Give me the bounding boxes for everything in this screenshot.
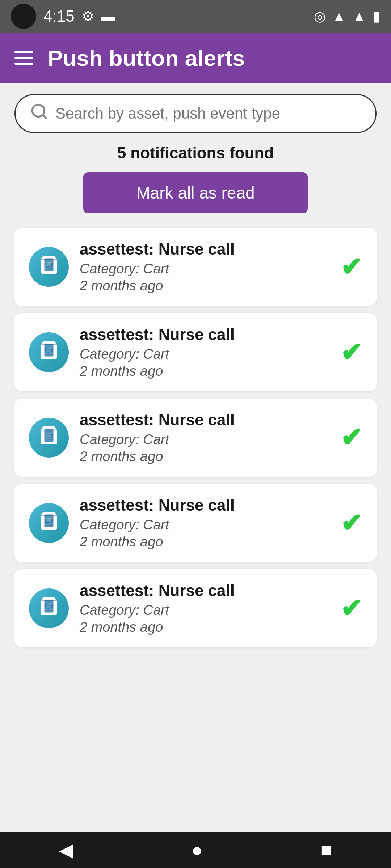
- notification-info: assettest: Nurse call Category: Cart 2 m…: [80, 240, 329, 294]
- cart-icon: 🛒: [38, 254, 60, 280]
- cart-icon: 🛒: [38, 339, 60, 365]
- notification-list: 🛒 assettest: Nurse call Category: Cart 2…: [14, 228, 377, 647]
- status-time: 4:15: [43, 7, 75, 25]
- recents-button[interactable]: ■: [321, 839, 332, 861]
- read-checkmark-icon: ✔: [340, 337, 362, 367]
- status-left: 4:15 ⚙ ▬: [11, 4, 115, 29]
- asset-icon-circle: 🛒: [29, 247, 69, 287]
- notification-time: 2 months ago: [80, 278, 329, 294]
- search-bar[interactable]: [14, 94, 377, 133]
- notification-title: assettest: Nurse call: [80, 240, 329, 258]
- svg-text:🛒: 🛒: [44, 516, 54, 526]
- svg-text:🛒: 🛒: [44, 260, 54, 270]
- notification-time: 2 months ago: [80, 449, 329, 464]
- notification-time: 2 months ago: [80, 363, 329, 379]
- notification-card[interactable]: 🛒 assettest: Nurse call Category: Cart 2…: [14, 399, 377, 477]
- notification-category: Category: Cart: [80, 432, 329, 447]
- search-icon: [30, 102, 48, 125]
- notification-title: assettest: Nurse call: [80, 326, 329, 344]
- notification-info: assettest: Nurse call Category: Cart 2 m…: [80, 326, 329, 379]
- back-button[interactable]: ◀: [59, 839, 73, 861]
- hamburger-line-1: [14, 51, 33, 53]
- asset-icon-circle: 🛒: [29, 418, 69, 458]
- app-header: Push button alerts: [0, 33, 391, 83]
- main-content: 5 notifications found Mark all as read 🛒…: [0, 83, 391, 832]
- mark-all-as-read-button[interactable]: Mark all as read: [83, 172, 308, 213]
- bottom-nav-bar: ◀ ● ■: [0, 832, 391, 868]
- search-input[interactable]: [55, 105, 361, 122]
- asset-icon-circle: 🛒: [29, 332, 69, 372]
- notification-card[interactable]: 🛒 assettest: Nurse call Category: Cart 2…: [14, 569, 377, 647]
- signal-icon: ▲: [352, 9, 366, 24]
- hamburger-menu-button[interactable]: [14, 51, 33, 65]
- notification-count: 5 notifications found: [14, 144, 377, 162]
- read-checkmark-icon: ✔: [340, 422, 362, 453]
- notification-card[interactable]: 🛒 assettest: Nurse call Category: Cart 2…: [14, 313, 377, 391]
- hamburger-line-2: [14, 57, 33, 59]
- notification-info: assettest: Nurse call Category: Cart 2 m…: [80, 496, 329, 550]
- hamburger-line-3: [14, 63, 33, 65]
- svg-line-1: [43, 115, 46, 118]
- asset-icon-circle: 🛒: [29, 503, 69, 543]
- notification-title: assettest: Nurse call: [80, 496, 329, 514]
- cart-icon: 🛒: [38, 425, 60, 451]
- home-button[interactable]: ●: [192, 839, 203, 861]
- notification-info: assettest: Nurse call Category: Cart 2 m…: [80, 582, 329, 635]
- notification-card[interactable]: 🛒 assettest: Nurse call Category: Cart 2…: [14, 228, 377, 306]
- notification-title: assettest: Nurse call: [80, 411, 329, 429]
- notification-card[interactable]: 🛒 assettest: Nurse call Category: Cart 2…: [14, 484, 377, 562]
- page-title: Push button alerts: [48, 45, 245, 71]
- notification-category: Category: Cart: [80, 346, 329, 362]
- status-bar: 4:15 ⚙ ▬ ◎ ▲ ▲ ▮: [0, 0, 391, 33]
- read-checkmark-icon: ✔: [340, 252, 362, 282]
- notification-info: assettest: Nurse call Category: Cart 2 m…: [80, 411, 329, 464]
- status-circle: [11, 4, 36, 29]
- settings-icon: ⚙: [82, 8, 94, 24]
- notification-time: 2 months ago: [80, 620, 329, 635]
- svg-text:🛒: 🛒: [44, 431, 54, 441]
- battery-icon: ▮: [373, 8, 380, 24]
- read-checkmark-icon: ✔: [340, 593, 362, 624]
- notification-title: assettest: Nurse call: [80, 582, 329, 600]
- svg-text:🛒: 🛒: [44, 345, 54, 355]
- read-checkmark-icon: ✔: [340, 508, 362, 538]
- svg-text:🛒: 🛒: [44, 601, 54, 611]
- notification-time: 2 months ago: [80, 534, 329, 550]
- notification-category: Category: Cart: [80, 603, 329, 618]
- location-icon: ◎: [314, 8, 326, 24]
- clipboard-icon: ▬: [101, 9, 115, 24]
- notification-category: Category: Cart: [80, 261, 329, 277]
- asset-icon-circle: 🛒: [29, 588, 69, 628]
- cart-icon: 🛒: [38, 595, 60, 621]
- status-right: ◎ ▲ ▲ ▮: [314, 8, 380, 24]
- cart-icon: 🛒: [38, 510, 60, 536]
- wifi-icon: ▲: [332, 9, 346, 24]
- notification-category: Category: Cart: [80, 517, 329, 533]
